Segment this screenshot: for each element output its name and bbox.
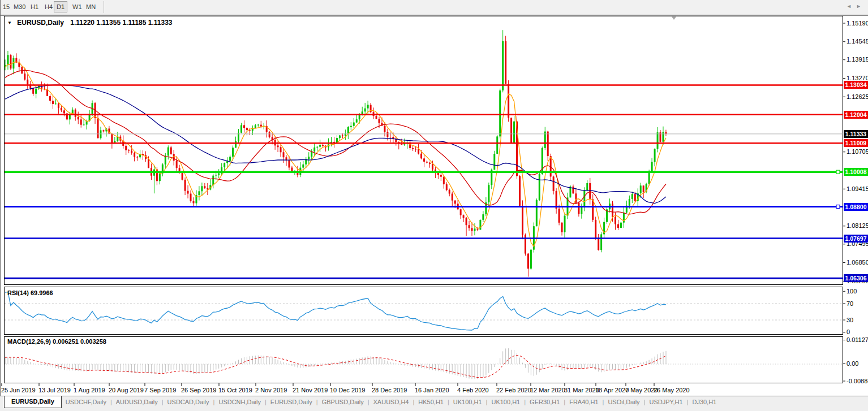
price-badge-1.12004: 1.12004 xyxy=(844,111,868,119)
price-badge-1.10008: 1.10008 xyxy=(844,168,868,176)
date-axis-label: 12 Mar 2020 xyxy=(530,387,565,393)
tab-5[interactable]: EURUSD,Daily xyxy=(267,396,316,405)
tab-scroll-left-icon[interactable]: ◄ xyxy=(846,3,852,9)
date-axis-label: 25 Jun 2019 xyxy=(1,387,36,393)
price-axis-tick-label: 1.14545 xyxy=(846,38,868,45)
tab-6[interactable]: GBPUSD,Daily xyxy=(318,396,368,405)
tab-12[interactable]: FRA40,H1 xyxy=(565,396,602,405)
date-axis-label: 1 Aug 2019 xyxy=(74,387,105,393)
date-axis-label: 26 Sep 2019 xyxy=(181,387,216,393)
date-axis-label: 10 Dec 2019 xyxy=(330,387,365,393)
macd-panel[interactable] xyxy=(5,337,843,383)
chart-menu-arrow-icon[interactable]: ▼ xyxy=(7,20,12,25)
tab-3[interactable]: USDCAD,Daily xyxy=(164,396,213,405)
tab-15[interactable]: DJ30,H1 xyxy=(688,396,720,405)
date-axis-label: 16 Jan 2020 xyxy=(415,387,449,393)
date-axis-label: 4 Feb 2020 xyxy=(457,387,489,393)
price-badge-1.08800: 1.08800 xyxy=(844,203,868,211)
chart-title: ▼ EURUSD,Daily 1.11220 1.11355 1.11185 1… xyxy=(7,19,173,27)
tab-scroll-right-icon[interactable]: ► xyxy=(856,3,861,9)
date-axis-label: 22 Feb 2020 xyxy=(496,387,531,393)
date-axis-label: 26 May 2020 xyxy=(654,387,690,393)
rsi-panel[interactable] xyxy=(5,287,843,335)
date-axis-label: 21 Nov 2019 xyxy=(293,387,328,393)
price-axis-tick-label: 1.08125 xyxy=(846,222,868,229)
date-axis-label: 2 Nov 2019 xyxy=(255,387,287,393)
date-axis-label: 7 May 2020 xyxy=(625,387,658,393)
price-axis-tick-label: 1.13270 xyxy=(846,75,868,81)
macd-axis-tick-label: 0.011277 xyxy=(846,336,868,343)
macd-axis-tick-label: -0.008845 xyxy=(846,378,868,384)
date-axis-label: 18 Apr 2020 xyxy=(595,387,629,393)
price-axis-tick-label: 1.15190 xyxy=(846,20,868,27)
window-left-edge xyxy=(0,0,1,396)
tab-8[interactable]: HK50,H1 xyxy=(414,396,448,405)
chart-ohlc-values: 1.11220 1.11355 1.11185 1.11333 xyxy=(70,19,172,27)
tab-4[interactable]: USDCNH,Daily xyxy=(214,396,265,405)
price-badge-1.11333: 1.11333 xyxy=(844,130,868,138)
price-badge-1.07697: 1.07697 xyxy=(844,235,868,243)
rsi-axis-tick-label: 30 xyxy=(846,317,853,323)
price-badge-1.06306: 1.06306 xyxy=(844,274,868,282)
macd-indicator-label: MACD(12,26,9) 0.006251 0.003258 xyxy=(7,338,106,345)
tab-0[interactable]: EURUSD,Daily xyxy=(4,396,62,408)
price-axis-tick-label: 1.06850 xyxy=(846,259,868,266)
price-axis-tick-label: 1.13915 xyxy=(846,56,868,63)
date-axis-label: 20 Aug 2019 xyxy=(109,387,144,393)
tab-2[interactable]: AUDUSD,Daily xyxy=(112,396,162,405)
rsi-axis-tick-label: 70 xyxy=(846,300,853,307)
tab-9[interactable]: UK100,H1 xyxy=(449,396,486,405)
rsi-axis-tick-label: 100 xyxy=(846,288,857,295)
date-axis-label: 31 Mar 2020 xyxy=(564,387,599,393)
symbol-tab-bar: EURUSD,DailyUSDCHF,Daily|AUDUSD,Daily|US… xyxy=(0,396,868,411)
tab-10[interactable]: UK100,H1 xyxy=(487,396,524,405)
price-badge-1.13034: 1.13034 xyxy=(844,81,868,89)
tab-7[interactable]: XAUUSD,H4 xyxy=(369,396,413,405)
price-badge-1.11009: 1.11009 xyxy=(844,139,868,147)
date-axis-label: 15 Oct 2019 xyxy=(218,387,252,393)
mt4-terminal-window: 15M30H1H4D1W1MN ▼ EURUSD,Daily 1.11220 1… xyxy=(0,0,868,411)
macd-axis-tick-label: 0.00 xyxy=(846,360,858,367)
date-axis-label: 7 Sep 2019 xyxy=(144,387,176,393)
rsi-indicator-label: RSI(14) 69.9966 xyxy=(7,289,53,296)
tab-1[interactable]: USDCHF,Daily xyxy=(62,396,110,405)
price-chart-canvas[interactable] xyxy=(0,0,868,411)
tab-13[interactable]: USOil,Daily xyxy=(604,396,643,405)
price-axis-tick-label: 1.10705 xyxy=(846,148,868,155)
date-axis-label: 13 Jul 2019 xyxy=(38,387,71,393)
price-axis-tick-label: 1.09415 xyxy=(846,185,868,192)
tab-11[interactable]: GER30,H1 xyxy=(526,396,564,405)
price-axis-tick-label: 1.12625 xyxy=(846,93,868,100)
chart-symbol-label: EURUSD,Daily xyxy=(17,19,64,27)
tab-14[interactable]: USDJPY,H1 xyxy=(645,396,686,405)
rsi-axis-tick-label: 0 xyxy=(846,328,850,335)
main-chart-panel[interactable] xyxy=(5,16,843,285)
date-axis-label: 28 Dec 2019 xyxy=(372,387,407,393)
